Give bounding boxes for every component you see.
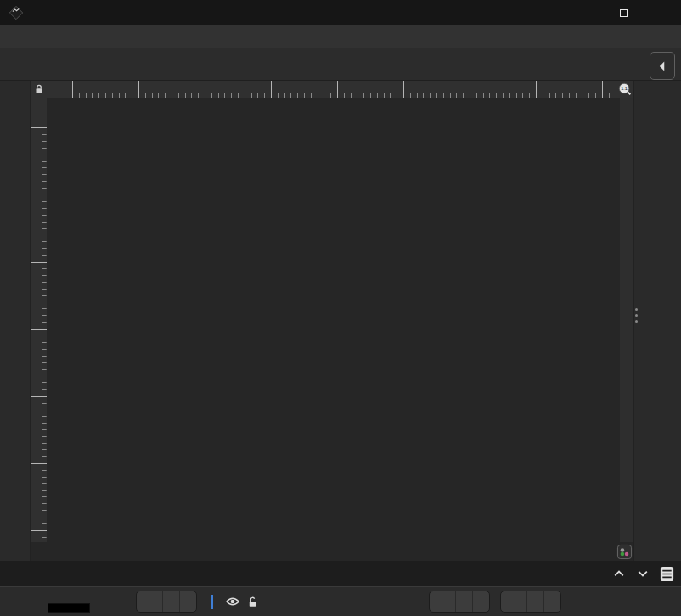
guide-lock-button[interactable] [31,81,47,98]
eye-icon [225,594,240,609]
canvas-area: 1:1 [31,81,633,561]
chevron-up-icon [612,567,626,580]
stroke-color-swatch[interactable] [48,603,90,613]
fill-stroke-indicator[interactable] [0,589,126,614]
titlebar [0,0,681,25]
drawing-canvas[interactable] [47,98,620,542]
toolbox [0,81,31,561]
menubar [0,25,681,48]
maximize-button[interactable] [605,0,643,25]
dock-grip[interactable] [635,308,638,323]
inkscape-logo-icon [8,5,24,20]
chevron-left-icon [655,59,670,74]
zoom-in-button[interactable] [472,591,489,612]
zoom-out-button[interactable] [455,591,472,612]
color-management-icon [616,544,633,560]
zoom-spinbox[interactable] [429,591,490,613]
hamburger-icon [659,566,675,582]
svg-text:1:1: 1:1 [621,86,628,91]
palette-scroll-down-button[interactable] [633,564,652,583]
opacity-increase-button[interactable] [179,591,196,612]
layer-color-bar [211,595,213,609]
left-ruler[interactable] [31,98,47,542]
rotation-decrease-button[interactable] [526,591,543,612]
zoom-1-1-icon: 1:1 [617,82,633,97]
rotation-increase-button[interactable] [543,591,560,612]
minimize-button[interactable] [566,0,605,25]
top-ruler[interactable] [47,81,616,98]
layer-lock-toggle[interactable] [246,596,259,608]
rotation-spinbox[interactable] [500,591,561,613]
maximize-icon [620,9,628,17]
chevron-down-icon [636,567,650,580]
lock-icon [33,83,45,95]
layer-visibility-toggle[interactable] [225,594,240,609]
palette-menu-button[interactable] [657,564,676,583]
zoom-1-1-button[interactable]: 1:1 [616,81,633,98]
palette-scroll-up-button[interactable] [610,564,628,583]
statusbar [0,586,681,616]
opacity-decrease-button[interactable] [162,591,179,612]
color-palette [0,561,681,586]
dock-collapse-button[interactable] [650,52,675,80]
vertical-scrollbar[interactable] [620,98,633,542]
horizontal-scrollbar[interactable] [47,542,615,561]
commands-dock [633,81,681,561]
inkscape-window: 1:1 [0,0,681,616]
opacity-spinbox[interactable] [136,591,197,613]
node-toolbar [0,48,681,81]
close-button[interactable] [643,0,681,25]
color-management-button[interactable] [615,542,633,561]
unlock-icon [246,596,259,608]
